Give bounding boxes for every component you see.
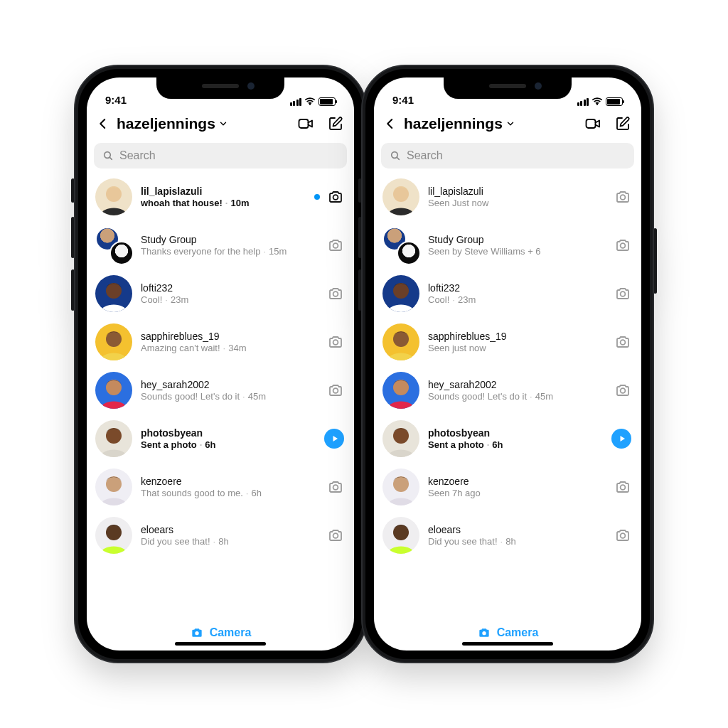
compose-button[interactable] <box>614 115 631 132</box>
thread-subline: Amazing can't wait!·34m <box>141 343 318 353</box>
device-notch <box>444 77 572 99</box>
camera-icon[interactable] <box>614 237 631 254</box>
avatar[interactable] <box>382 178 419 215</box>
play-button[interactable] <box>611 429 631 449</box>
camera-icon[interactable] <box>614 285 631 302</box>
thread-row[interactable]: eloears Did you see that!·8h <box>374 511 641 560</box>
camera-icon[interactable] <box>327 237 344 254</box>
thread-row[interactable]: photosbyean Sent a photo·6h <box>87 414 354 463</box>
thread-row[interactable]: lil_lapislazuli Seen Just now <box>374 173 641 221</box>
thread-message: Seen 7h ago <box>428 488 481 498</box>
thread-list[interactable]: lil_lapislazuli Seen Just now Study Grou… <box>374 168 641 615</box>
thread-username: eloears <box>428 524 606 537</box>
thread-subline: Cool!·23m <box>141 294 318 305</box>
camera-icon[interactable] <box>614 478 631 496</box>
thread-subline: Cool!·23m <box>428 294 606 305</box>
svg-point-39 <box>393 380 409 395</box>
avatar[interactable] <box>382 323 419 360</box>
back-button[interactable] <box>97 117 109 130</box>
avatar[interactable] <box>95 275 132 312</box>
avatar[interactable] <box>382 227 419 264</box>
back-button[interactable] <box>384 117 397 130</box>
thread-row[interactable]: lofti232 Cool!·23m <box>87 269 354 318</box>
thread-time: 23m <box>458 294 476 305</box>
thread-message: Sent a photo <box>428 439 484 450</box>
thread-actions <box>614 527 631 544</box>
thread-username: lofti232 <box>428 282 606 295</box>
thread-row[interactable]: lofti232 Cool!·23m <box>374 269 641 318</box>
search-input[interactable]: Search <box>381 143 634 168</box>
thread-username: sapphireblues_19 <box>428 331 606 343</box>
thread-time: 8h <box>505 536 515 547</box>
avatar[interactable] <box>382 275 419 312</box>
thread-username: sapphireblues_19 <box>141 331 318 343</box>
thread-row[interactable]: kenzoere Seen 7h ago <box>374 463 641 511</box>
thread-message: Thanks everyone for the help <box>141 246 260 257</box>
account-switcher[interactable]: hazeljennings <box>404 115 577 132</box>
thread-row[interactable]: kenzoere That sounds good to me.·6h <box>87 463 354 511</box>
camera-fill-icon <box>190 626 204 640</box>
thread-time: 6h <box>492 439 503 450</box>
camera-icon[interactable] <box>614 188 631 205</box>
thread-list[interactable]: lil_lapislazuli whoah that house!·10m St… <box>87 168 354 615</box>
camera-icon[interactable] <box>614 382 631 399</box>
thread-row[interactable]: Study Group Seen by Steve Williams + 6 <box>374 221 641 269</box>
svg-point-36 <box>393 331 409 347</box>
svg-point-5 <box>333 195 338 200</box>
camera-icon[interactable] <box>327 478 344 496</box>
thread-subline: whoah that house!·10m <box>141 198 306 208</box>
svg-point-42 <box>393 428 409 444</box>
thread-message: Seen Just now <box>428 198 488 208</box>
thread-time: 6h <box>205 439 215 450</box>
thread-row[interactable]: hey_sarah2002 Sounds good! Let's do it·4… <box>87 366 354 414</box>
avatar[interactable] <box>95 227 132 264</box>
camera-fill-icon <box>477 626 491 640</box>
thread-info: Study Group Thanks everyone for the help… <box>141 234 318 257</box>
thread-row[interactable]: hey_sarah2002 Sounds good! Let's do it·4… <box>374 366 641 414</box>
home-indicator <box>462 642 553 646</box>
camera-icon[interactable] <box>327 382 344 399</box>
camera-icon[interactable] <box>614 333 631 350</box>
avatar[interactable] <box>382 372 419 409</box>
chevron-down-icon <box>218 119 228 129</box>
thread-row[interactable]: sapphireblues_19 Seen just now <box>374 318 641 366</box>
avatar[interactable] <box>95 178 132 215</box>
avatar[interactable] <box>95 517 132 554</box>
camera-icon[interactable] <box>327 527 344 544</box>
thread-message: Did you see that! <box>428 536 498 547</box>
camera-icon[interactable] <box>327 188 344 205</box>
avatar[interactable] <box>382 420 419 457</box>
avatar[interactable] <box>95 372 132 409</box>
camera-icon[interactable] <box>614 527 631 544</box>
account-switcher[interactable]: hazeljennings <box>117 115 290 132</box>
thread-row[interactable]: sapphireblues_19 Amazing can't wait!·34m <box>87 318 354 366</box>
thread-row[interactable]: photosbyean Sent a photo·6h <box>374 414 641 463</box>
video-call-button[interactable] <box>297 115 314 132</box>
thread-username: kenzoere <box>428 476 606 488</box>
thread-row[interactable]: Study Group Thanks everyone for the help… <box>87 221 354 269</box>
camera-icon[interactable] <box>327 285 344 302</box>
thread-actions <box>327 478 344 496</box>
thread-subline: Sounds good! Let's do it·45m <box>428 391 606 402</box>
svg-point-47 <box>393 525 409 540</box>
camera-label: Camera <box>210 626 252 639</box>
avatar[interactable] <box>95 323 132 360</box>
thread-message: Seen by Steve Williams + 6 <box>428 246 541 257</box>
thread-row[interactable]: lil_lapislazuli whoah that house!·10m <box>87 173 354 221</box>
thread-time: 45m <box>535 391 553 402</box>
avatar[interactable] <box>95 469 132 505</box>
thread-row[interactable]: eloears Did you see that!·8h <box>87 511 354 560</box>
avatar[interactable] <box>95 420 132 457</box>
thread-username: photosbyean <box>428 427 603 440</box>
avatar[interactable] <box>382 469 419 505</box>
thread-actions <box>327 527 344 544</box>
video-call-button[interactable] <box>584 115 601 132</box>
compose-button[interactable] <box>327 115 344 132</box>
thread-username: Study Group <box>141 234 318 247</box>
search-icon <box>102 150 114 161</box>
thread-time: 15m <box>269 246 287 257</box>
search-input[interactable]: Search <box>94 143 347 168</box>
play-button[interactable] <box>324 429 344 449</box>
camera-icon[interactable] <box>327 333 344 350</box>
avatar[interactable] <box>382 517 419 554</box>
